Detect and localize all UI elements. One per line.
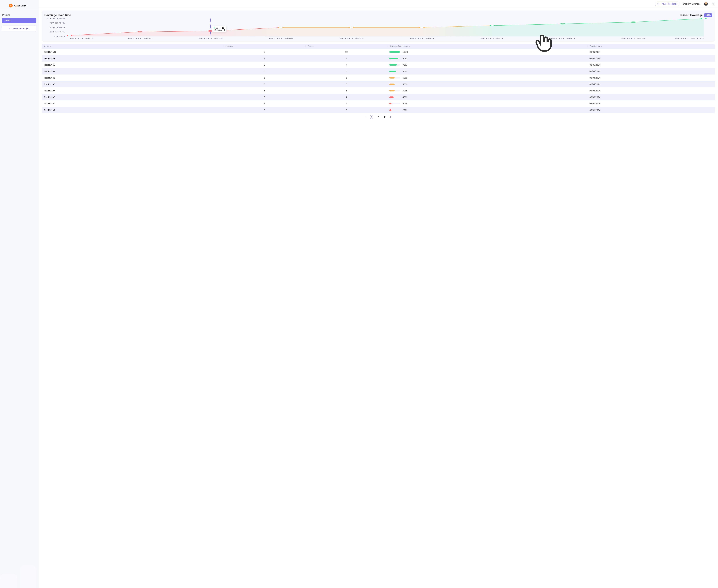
col-untested[interactable]: Untested	[224, 45, 305, 47]
coverage-pct: 100%	[403, 51, 408, 53]
table-row[interactable]: Test Run #9 2 8 80% 08/05/2024	[42, 55, 715, 62]
cell-coverage: 100%	[387, 51, 588, 53]
create-project-button[interactable]: + Create New Project	[2, 25, 36, 31]
coverage-chart[interactable]: 0%25%50%75%100%Run #1Run #2Run #3Run #4R…	[44, 17, 712, 40]
sort-icon: ⇅	[50, 45, 51, 47]
coverage-pct: 20%	[403, 102, 407, 105]
brand-logo[interactable]: Appsurify	[9, 4, 36, 7]
svg-text:50%: 50%	[50, 26, 65, 28]
pager-page-3[interactable]: 3	[383, 116, 386, 118]
chat-icon	[657, 3, 660, 5]
current-coverage-label: Current Coverage	[680, 14, 703, 17]
brand-mark-icon	[9, 4, 13, 7]
table-row[interactable]: Test Run #3 6 4 40% 08/03/2024	[42, 94, 715, 100]
cell-untested: 3	[224, 64, 305, 66]
cell-name: Test Run #2	[42, 102, 224, 105]
sort-icon: ⇅	[601, 45, 602, 47]
create-project-label: Create New Project	[12, 27, 29, 29]
cell-timestamp: 08/06/2024	[588, 51, 715, 53]
col-coverage[interactable]: Coverage Percentage ⇅	[387, 45, 588, 47]
coverage-bar	[389, 64, 400, 66]
cell-name: Test Run #3	[42, 96, 224, 98]
col-tested[interactable]: Tested	[305, 45, 387, 47]
cell-timestamp: 08/04/2024	[588, 83, 715, 85]
col-name[interactable]: Name ⇅	[42, 45, 224, 47]
svg-point-23	[279, 27, 283, 28]
svg-point-20	[67, 35, 71, 36]
cell-tested: 2	[305, 109, 387, 111]
coverage-bar	[389, 97, 400, 98]
cell-tested: 6	[305, 70, 387, 72]
cell-coverage: 80%	[387, 57, 588, 60]
cell-tested: 4	[305, 96, 387, 98]
table-row[interactable]: Test Run #5 5 5 50% 08/04/2024	[42, 81, 715, 87]
cell-tested: 10	[305, 51, 387, 53]
cell-untested: 5	[224, 77, 305, 79]
cell-timestamp: 08/01/2024	[588, 102, 715, 105]
cell-timestamp: 08/03/2024	[588, 89, 715, 92]
sidebar-item-garfield[interactable]: Garfield	[2, 18, 36, 23]
table-row[interactable]: Test Run #1 8 2 20% 08/01/2024	[42, 107, 715, 113]
svg-text:25%: 25%	[50, 31, 65, 33]
svg-text:Run #6: Run #6	[410, 38, 434, 39]
cell-tested: 5	[305, 83, 387, 85]
cell-tested: 8	[305, 57, 387, 60]
decorative-shape	[0, 562, 42, 588]
cell-coverage: 50%	[387, 83, 588, 85]
svg-point-29	[701, 18, 706, 19]
cell-name: Test Run #9	[42, 57, 224, 60]
table-row[interactable]: Test Run #4 5 5 50% 08/03/2024	[42, 87, 715, 94]
pager-next-icon[interactable]	[389, 116, 392, 118]
cell-timestamp: 08/05/2024	[588, 64, 715, 66]
cell-untested: 0	[224, 51, 305, 53]
svg-text:Run #5: Run #5	[339, 38, 364, 39]
coverage-pct: 20%	[403, 109, 407, 111]
cell-coverage: 60%	[387, 70, 588, 72]
svg-text:Run #1: Run #1	[69, 38, 94, 39]
svg-point-22	[208, 30, 213, 31]
pager-page-2[interactable]: 2	[377, 116, 380, 118]
table-row[interactable]: Test Run #8 3 7 70% 08/05/2024	[42, 62, 715, 68]
current-coverage-value: 100%	[704, 13, 712, 17]
cell-timestamp: 08/04/2024	[588, 77, 715, 79]
avatar[interactable]	[704, 2, 708, 6]
logout-icon[interactable]	[712, 3, 714, 5]
cell-tested: 5	[305, 89, 387, 92]
cell-tested: 5	[305, 77, 387, 79]
coverage-pct: 60%	[403, 70, 407, 72]
pagination: 123	[42, 115, 715, 119]
table-row[interactable]: Test Run #2 8 2 20% 08/01/2024	[42, 100, 715, 107]
table-row[interactable]: Test Run #7 4 6 60% 08/04/2024	[42, 68, 715, 75]
cell-coverage: 70%	[387, 64, 588, 66]
topbar: Provide Feedback Brooklyn Simmons	[39, 0, 718, 8]
svg-text:100%: 100%	[46, 18, 65, 19]
svg-point-24	[349, 27, 353, 28]
pager-prev-icon[interactable]	[365, 116, 367, 118]
col-timestamp[interactable]: Time Stamp ⇅	[588, 45, 715, 47]
svg-point-27	[561, 23, 565, 24]
coverage-pct: 50%	[403, 83, 407, 85]
svg-text:Run #9: Run #9	[621, 38, 645, 39]
cell-coverage: 40%	[387, 96, 588, 98]
cell-untested: 5	[224, 89, 305, 92]
cell-name: Test Run #1	[42, 109, 224, 111]
svg-text:Run #3: Run #3	[198, 38, 223, 39]
cell-coverage: 50%	[387, 89, 588, 92]
cell-timestamp: 08/05/2024	[588, 57, 715, 60]
cell-name: Test Run #10	[42, 51, 224, 53]
coverage-pct: 70%	[403, 64, 407, 66]
svg-point-26	[490, 25, 495, 26]
cell-name: Test Run #7	[42, 70, 224, 72]
sort-icon: ⇅	[409, 45, 410, 47]
coverage-bar	[389, 109, 400, 111]
coverage-bar	[389, 84, 400, 85]
username: Brooklyn Simmons	[682, 3, 700, 5]
table-row[interactable]: Test Run #6 5 5 50% 08/04/2024	[42, 75, 715, 81]
coverage-bar	[389, 71, 400, 72]
coverage-pct: 50%	[403, 77, 407, 79]
pager-page-1[interactable]: 1	[370, 115, 373, 119]
cell-untested: 6	[224, 96, 305, 98]
table-row[interactable]: Test Run #10 0 10 100% 08/06/2024	[42, 49, 715, 55]
provide-feedback-button[interactable]: Provide Feedback	[655, 2, 679, 6]
cell-name: Test Run #4	[42, 89, 224, 92]
